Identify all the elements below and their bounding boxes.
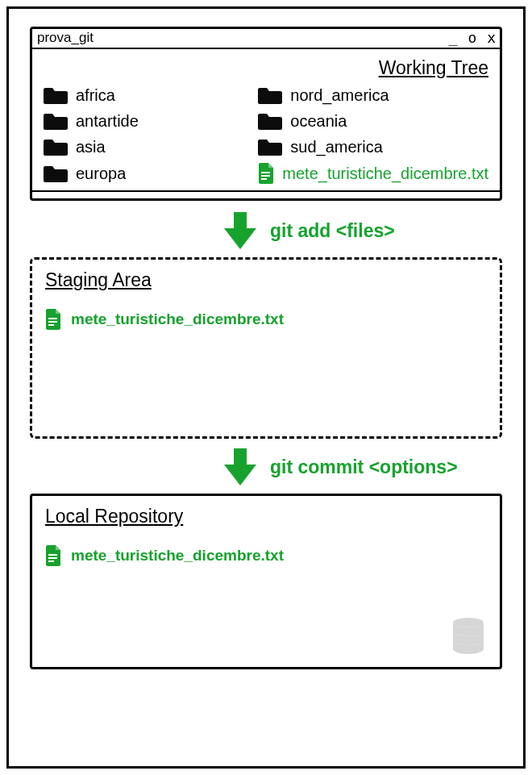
window-body: Working Tree africa nord_america antarti… xyxy=(32,49,500,190)
folder-item[interactable]: asia xyxy=(44,137,250,156)
window-controls-icon[interactable]: _ o x xyxy=(449,29,497,46)
arrow-git-add: git add <files> xyxy=(30,210,502,251)
command-text: git commit <options> xyxy=(270,456,458,478)
folder-label: europa xyxy=(76,165,126,183)
folder-label: africa xyxy=(76,86,115,105)
file-grid: africa nord_america antartide oceania xyxy=(44,85,488,184)
folder-label: nord_america xyxy=(290,86,389,105)
staging-area-box: Staging Area mete_turistiche_dicembre.tx… xyxy=(30,257,502,439)
document-icon xyxy=(45,309,61,330)
file-item[interactable]: mete_turistiche_dicembre.txt xyxy=(45,545,487,566)
folder-label: asia xyxy=(76,138,106,156)
svg-rect-7 xyxy=(48,557,57,559)
folder-icon xyxy=(258,137,282,156)
folder-icon xyxy=(44,164,68,183)
document-icon xyxy=(45,545,61,566)
database-icon xyxy=(451,617,485,656)
command-text: git add <files> xyxy=(270,220,395,242)
svg-rect-6 xyxy=(48,554,57,556)
folder-icon xyxy=(44,137,68,156)
folder-item[interactable]: antartide xyxy=(44,111,250,131)
folder-icon xyxy=(258,111,282,131)
document-icon xyxy=(258,163,274,184)
repo-heading: Local Repository xyxy=(45,506,487,527)
folder-item[interactable]: africa xyxy=(44,85,250,105)
folder-label: sud_america xyxy=(290,138,383,156)
folder-item[interactable]: nord_america xyxy=(258,85,488,105)
file-item[interactable]: mete_turistiche_dicembre.txt xyxy=(45,309,487,330)
folder-icon xyxy=(258,85,282,105)
folder-item[interactable]: sud_america xyxy=(258,137,488,156)
svg-rect-4 xyxy=(48,321,57,323)
arrow-git-commit: git commit <options> xyxy=(30,447,502,487)
svg-rect-0 xyxy=(261,172,270,173)
working-tree-heading: Working Tree xyxy=(44,57,488,79)
window-statusbar xyxy=(32,190,500,198)
window-title: prova_git xyxy=(37,30,94,46)
file-label: mete_turistiche_dicembre.txt xyxy=(71,310,284,328)
svg-rect-5 xyxy=(48,324,54,326)
file-label: mete_turistiche_dicembre.txt xyxy=(282,165,488,183)
svg-rect-8 xyxy=(48,560,54,562)
staging-heading: Staging Area xyxy=(45,269,487,291)
arrow-down-icon xyxy=(222,210,259,251)
working-tree-window: prova_git _ o x Working Tree africa nord… xyxy=(30,27,502,201)
file-label: mete_turistiche_dicembre.txt xyxy=(71,547,284,565)
folder-item[interactable]: oceania xyxy=(258,111,488,131)
local-repo-box: Local Repository mete_turistiche_dicembr… xyxy=(30,494,502,669)
window-titlebar: prova_git _ o x xyxy=(32,29,500,49)
folder-icon xyxy=(44,111,68,131)
folder-icon xyxy=(44,85,68,105)
arrow-down-icon xyxy=(222,447,259,487)
svg-point-9 xyxy=(453,618,484,627)
file-item[interactable]: mete_turistiche_dicembre.txt xyxy=(258,163,488,184)
folder-item[interactable]: europa xyxy=(44,163,250,184)
svg-rect-2 xyxy=(261,178,267,180)
folder-label: antartide xyxy=(76,112,139,131)
svg-rect-3 xyxy=(48,318,57,319)
diagram-frame: prova_git _ o x Working Tree africa nord… xyxy=(6,6,526,769)
svg-rect-1 xyxy=(261,175,270,177)
folder-label: oceania xyxy=(290,112,347,131)
